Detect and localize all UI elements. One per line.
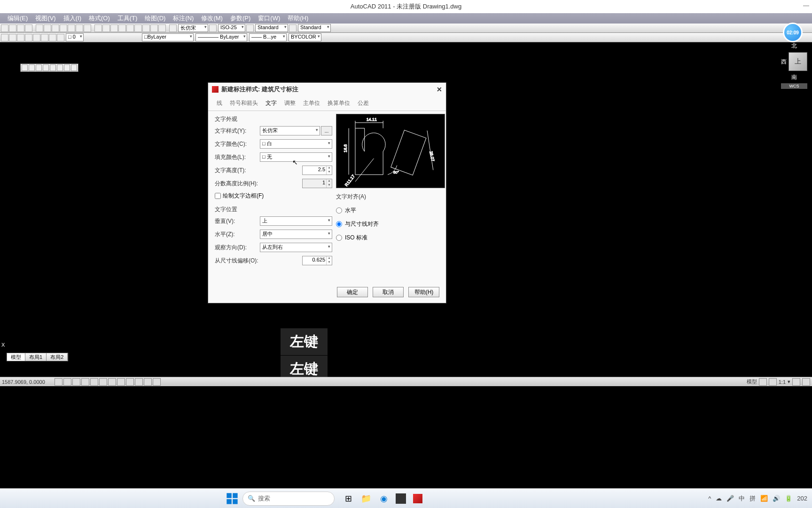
status-toggle-icon[interactable]: [117, 378, 125, 386]
cloud-icon[interactable]: ☁: [716, 495, 722, 502]
view-dir-dropdown[interactable]: 从左到右: [260, 243, 332, 252]
text-style-dropdown[interactable]: 长仿宋: [260, 126, 320, 135]
offset-spinner[interactable]: 0.625▲▼: [302, 256, 332, 265]
dialog-titlebar[interactable]: 新建标注样式: 建筑尺寸标注 ✕: [208, 83, 446, 96]
text-frame-input[interactable]: [215, 193, 221, 199]
tool-icon[interactable]: [142, 24, 150, 32]
autocad-app-icon[interactable]: [412, 492, 424, 505]
vertical-dropdown[interactable]: 上: [260, 216, 332, 226]
tool-icon[interactable]: [94, 24, 102, 32]
text-frame-checkbox[interactable]: 绘制文字边框(F): [215, 192, 332, 200]
menu-view[interactable]: 视图(V): [35, 14, 55, 23]
tool-icon[interactable]: [41, 34, 48, 41]
tray-time[interactable]: 202: [797, 495, 807, 502]
explorer-icon[interactable]: 📁: [360, 492, 372, 505]
tool-icon[interactable]: [57, 34, 64, 41]
nav-cube[interactable]: 北 西 上 南 WCS: [781, 41, 807, 89]
taskbar-search[interactable]: 🔍 搜索: [242, 492, 335, 506]
text-style-more-button[interactable]: ...: [321, 126, 332, 135]
start-button[interactable]: [226, 492, 239, 505]
tool-icon[interactable]: [84, 24, 91, 32]
tool-icon[interactable]: [158, 24, 166, 32]
tool-icon[interactable]: [25, 34, 32, 41]
tool-icon[interactable]: [52, 24, 59, 32]
wifi-icon[interactable]: 📶: [760, 495, 768, 502]
status-toggle-icon[interactable]: [99, 378, 107, 386]
tool-icon[interactable]: [150, 24, 158, 32]
ime-icon[interactable]: 中: [739, 494, 745, 503]
text-height-spinner[interactable]: 2.5▲▼: [302, 166, 332, 175]
tray-chevron-icon[interactable]: ^: [708, 495, 711, 502]
std1-dropdown[interactable]: Standard: [255, 24, 288, 32]
tool-icon[interactable]: [36, 24, 43, 32]
tool-icon[interactable]: [289, 24, 297, 32]
align-dimline-radio[interactable]: 与尺寸线对齐: [336, 220, 445, 228]
fraction-scale-spinner[interactable]: 1▲▼: [302, 179, 332, 188]
color-dropdown[interactable]: BYCOLOR: [289, 33, 321, 41]
tab-layout2[interactable]: 布局2: [47, 353, 68, 361]
ok-button[interactable]: 确定: [337, 287, 368, 297]
cancel-button[interactable]: 取消: [373, 287, 404, 297]
fill-color-dropdown[interactable]: □ 无: [260, 152, 332, 162]
text-color-dropdown[interactable]: □ 白: [260, 139, 332, 149]
tool-icon[interactable]: [17, 24, 24, 32]
tool-icon[interactable]: [68, 24, 75, 32]
tool-icon[interactable]: [209, 24, 217, 32]
status-chevron-icon[interactable]: ▾: [788, 379, 790, 385]
tab-primary[interactable]: 主单位: [299, 97, 324, 111]
menu-format[interactable]: 格式(O): [89, 14, 110, 23]
status-scale[interactable]: 1:1: [779, 379, 786, 385]
tool-icon[interactable]: [49, 34, 56, 41]
menu-dim[interactable]: 标注(N): [173, 14, 194, 23]
tool-icon[interactable]: [1, 24, 8, 32]
tab-arrow[interactable]: 符号和箭头: [226, 97, 262, 111]
status-toggle-icon[interactable]: [72, 378, 80, 386]
layer-coord-dropdown[interactable]: □ 0: [66, 33, 84, 41]
tool-icon[interactable]: [102, 24, 110, 32]
tool-icon[interactable]: [134, 24, 142, 32]
align-horizontal-radio[interactable]: 水平: [336, 206, 445, 214]
mic-icon[interactable]: 🎤: [726, 495, 734, 502]
palette-icon[interactable]: [43, 64, 49, 71]
palette-icon[interactable]: [50, 64, 56, 71]
menu-edit[interactable]: 编辑(E): [8, 14, 28, 23]
menu-window[interactable]: 窗口(W): [258, 14, 280, 23]
minimize-icon[interactable]: —: [803, 2, 809, 9]
tool-icon[interactable]: [246, 24, 254, 32]
palette-icon[interactable]: [64, 64, 70, 71]
linetype-dropdown[interactable]: ———— ByLayer: [195, 33, 247, 41]
tab-fit[interactable]: 调整: [281, 97, 299, 111]
tab-alt[interactable]: 换算单位: [324, 97, 354, 111]
tool-icon[interactable]: [9, 34, 16, 41]
tool-icon[interactable]: [110, 24, 118, 32]
task-view-icon[interactable]: ⊞: [342, 492, 354, 505]
horizontal-dropdown[interactable]: 居中: [260, 230, 332, 239]
tool-icon[interactable]: [60, 24, 67, 32]
tab-line[interactable]: 线: [213, 97, 226, 111]
menu-insert[interactable]: 插入(I): [63, 14, 81, 23]
layer-dropdown[interactable]: □ByLayer: [142, 33, 194, 41]
palette-icon[interactable]: [36, 64, 42, 71]
menu-draw[interactable]: 绘图(D): [145, 14, 165, 23]
edge-icon[interactable]: ◉: [378, 492, 390, 505]
std2-dropdown[interactable]: Standard: [298, 24, 331, 32]
help-button[interactable]: 帮助(H): [408, 287, 439, 297]
status-toggle-icon[interactable]: [126, 378, 134, 386]
palette-icon[interactable]: [22, 64, 28, 71]
menu-tools[interactable]: 工具(T): [117, 14, 138, 23]
iso-dropdown[interactable]: ISO-25: [218, 24, 245, 32]
volume-icon[interactable]: 🔊: [773, 495, 780, 502]
dim-style-dropdown[interactable]: 长仿宋: [178, 24, 208, 32]
lineweight-dropdown[interactable]: —— B...ye: [249, 33, 287, 41]
tab-tol[interactable]: 公差: [354, 97, 373, 111]
status-icon[interactable]: [792, 378, 800, 386]
menu-help[interactable]: 帮助(H): [288, 14, 308, 23]
tab-layout1[interactable]: 布局1: [25, 353, 47, 361]
tool-icon[interactable]: [17, 34, 24, 41]
status-icon[interactable]: [769, 378, 777, 386]
status-toggle-icon[interactable]: [81, 378, 89, 386]
status-model[interactable]: 模型: [747, 378, 757, 385]
status-toggle-icon[interactable]: [55, 378, 62, 386]
tool-icon[interactable]: [25, 24, 32, 32]
ime2-icon[interactable]: 拼: [750, 494, 756, 503]
